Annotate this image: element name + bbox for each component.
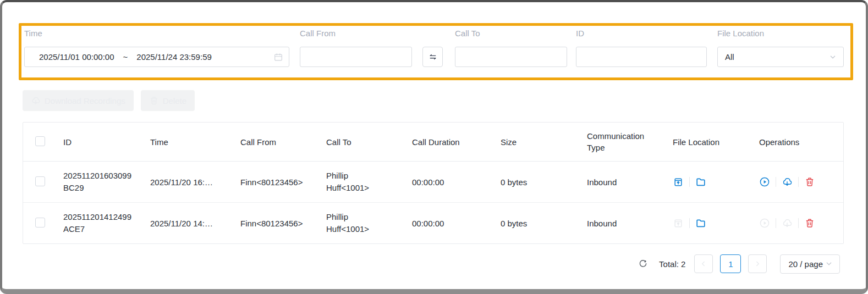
refresh-icon xyxy=(638,259,648,269)
page-size-value: 20 / page xyxy=(788,259,823,269)
column-header-file-location: File Location xyxy=(663,137,750,147)
id-filter-input[interactable] xyxy=(576,47,707,67)
file-location-select[interactable]: All xyxy=(717,47,844,67)
column-header-call-duration: Call Duration xyxy=(403,137,491,147)
call-to-value: Phillip Huff<1001> xyxy=(326,170,381,194)
delete-icon[interactable] xyxy=(804,218,815,229)
download-icon xyxy=(782,218,793,229)
prev-page-button xyxy=(694,254,713,273)
download-recordings-label: Download Recordings xyxy=(45,96,125,106)
next-page-button xyxy=(748,254,767,273)
row-checkbox[interactable] xyxy=(35,176,45,186)
divider xyxy=(776,218,776,228)
call-to-input[interactable] xyxy=(455,47,567,67)
id-filter-label: ID xyxy=(576,29,707,38)
table-row: 202511201603099BC29 2025/11/20 16:… Finn… xyxy=(23,162,843,202)
file-location-selected-value: All xyxy=(725,52,734,62)
recording-time: 2025/11/20 16:… xyxy=(141,177,231,187)
calendar-icon[interactable] xyxy=(273,52,283,62)
call-from-value: Finn<80123456> xyxy=(231,219,317,228)
delete-button: Delete xyxy=(141,90,195,111)
recording-id: 202511201603099BC29 xyxy=(63,170,132,194)
communication-type-value: Inbound xyxy=(578,219,663,228)
download-recordings-button: Download Recordings xyxy=(23,90,134,111)
download-icon[interactable] xyxy=(782,176,793,187)
id-filter-group: ID xyxy=(576,29,707,67)
folder-icon[interactable] xyxy=(695,218,706,229)
play-icon xyxy=(759,218,770,229)
recording-id: 202511201412499ACE7 xyxy=(63,211,132,235)
time-filter-group: Time 2025/11/01 00:00:00 ~ 2025/11/24 23… xyxy=(24,29,289,67)
column-header-operations: Operations xyxy=(750,137,843,147)
column-header-call-from: Call From xyxy=(231,137,317,147)
chevron-down-icon xyxy=(824,259,834,269)
chevron-right-icon xyxy=(752,259,762,269)
divider xyxy=(689,177,690,187)
call-from-filter-group: Call From xyxy=(300,29,412,67)
row-checkbox[interactable] xyxy=(35,218,45,228)
call-duration-value: 00:00:00 xyxy=(403,177,491,187)
delete-button-label: Delete xyxy=(163,96,186,106)
trash-icon xyxy=(149,96,159,106)
recording-time: 2025/11/20 14:… xyxy=(141,219,231,228)
total-count: Total: 2 xyxy=(659,259,685,269)
divider xyxy=(689,218,690,228)
table-row: 202511201412499ACE7 2025/11/20 14:… Finn… xyxy=(23,202,843,243)
communication-type-value: Inbound xyxy=(578,177,663,187)
swap-call-from-to-button[interactable] xyxy=(422,47,443,67)
time-range-end[interactable]: 2025/11/24 23:59:59 xyxy=(136,52,212,62)
refresh-button[interactable] xyxy=(638,259,648,269)
column-header-time: Time xyxy=(141,137,231,147)
pagination-bar: Total: 2 1 20 / page xyxy=(638,254,840,274)
recordings-table: ID Time Call From Call To Call Duration … xyxy=(23,122,844,244)
cloud-download-icon xyxy=(31,96,41,106)
call-to-filter-group: Call To xyxy=(455,29,567,67)
call-to-label: Call To xyxy=(455,29,567,38)
call-duration-value: 00:00:00 xyxy=(403,219,491,228)
call-from-value: Finn<80123456> xyxy=(231,177,317,187)
chevron-down-icon xyxy=(828,52,838,62)
time-range-start[interactable]: 2025/11/01 00:00:00 xyxy=(39,52,114,62)
time-filter-label: Time xyxy=(24,29,289,38)
folder-icon[interactable] xyxy=(695,176,706,187)
time-range-picker[interactable]: 2025/11/01 00:00:00 ~ 2025/11/24 23:59:5… xyxy=(24,47,289,67)
table-header-row: ID Time Call From Call To Call Duration … xyxy=(23,123,843,162)
column-header-call-to: Call To xyxy=(317,137,403,147)
call-to-value: Phillip Huff<1001> xyxy=(326,211,381,235)
local-storage-icon xyxy=(673,218,684,229)
divider xyxy=(776,177,776,187)
swap-icon xyxy=(428,52,438,62)
file-location-label: File Location xyxy=(717,29,844,38)
delete-icon[interactable] xyxy=(804,176,815,187)
toolbar: Download Recordings Delete xyxy=(23,90,195,111)
size-value: 0 bytes xyxy=(491,219,578,228)
current-page-button[interactable]: 1 xyxy=(720,254,741,273)
time-range-separator: ~ xyxy=(123,52,128,62)
file-location-filter-group: File Location All xyxy=(717,29,844,67)
play-icon[interactable] xyxy=(759,176,770,187)
column-header-id: ID xyxy=(54,137,141,147)
recording-files-page: Time 2025/11/01 00:00:00 ~ 2025/11/24 23… xyxy=(0,0,868,294)
column-header-size: Size xyxy=(491,137,578,147)
chevron-left-icon xyxy=(699,259,708,269)
page-size-select[interactable]: 20 / page xyxy=(780,254,840,274)
size-value: 0 bytes xyxy=(491,177,578,187)
local-storage-icon[interactable] xyxy=(673,176,684,187)
column-header-communication-type: Communication Type xyxy=(587,130,647,153)
divider xyxy=(798,218,799,228)
select-all-checkbox[interactable] xyxy=(35,136,45,146)
divider xyxy=(798,177,799,187)
call-from-input[interactable] xyxy=(300,47,412,67)
call-from-label: Call From xyxy=(300,29,412,38)
